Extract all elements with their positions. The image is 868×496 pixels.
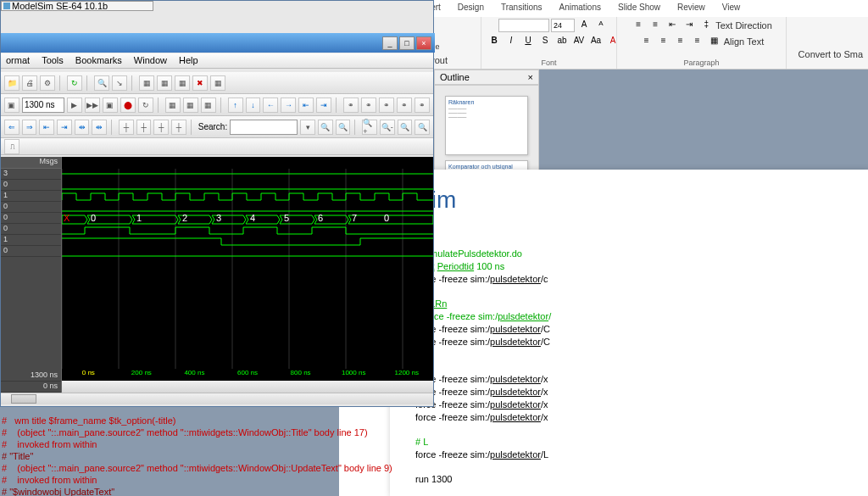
signal-row[interactable]: 3 bbox=[1, 169, 61, 180]
wave-viewer[interactable]: Msgs 3 0 1 0 0 0 1 0 1300 ns 0 ns bbox=[1, 157, 433, 393]
run-icon[interactable]: ▶ bbox=[67, 98, 82, 113]
signal-row[interactable]: 0 bbox=[1, 224, 61, 235]
link3-icon[interactable]: ⚭ bbox=[379, 98, 394, 113]
wave-format-icon[interactable]: ⎍ bbox=[4, 139, 19, 154]
align-text-button[interactable]: Align Text bbox=[724, 35, 765, 48]
wave-tool2-icon[interactable]: ▦ bbox=[183, 98, 198, 113]
binoculars-icon[interactable]: 🔍 bbox=[94, 75, 109, 91]
search-prev-icon[interactable]: 🔍 bbox=[336, 120, 351, 135]
restart-icon[interactable]: ↻ bbox=[138, 98, 153, 113]
cursor-next-icon[interactable]: ⇒ bbox=[22, 120, 37, 135]
line-spacing-button[interactable]: ‡ bbox=[698, 19, 714, 32]
justify-button[interactable]: ≡ bbox=[690, 35, 705, 48]
up-icon[interactable]: ↑ bbox=[228, 98, 243, 113]
search-dropdown-icon[interactable]: ▾ bbox=[300, 120, 315, 135]
ungroup-icon[interactable]: ▦ bbox=[157, 75, 172, 91]
align-center-button[interactable]: ≡ bbox=[656, 35, 671, 48]
bold-button[interactable]: B bbox=[487, 35, 502, 48]
down-icon[interactable]: ↓ bbox=[246, 98, 261, 113]
menu-help[interactable]: Help bbox=[179, 55, 198, 66]
add-cursor-icon[interactable]: ┼ bbox=[119, 120, 134, 135]
signal-row[interactable]: 0 bbox=[1, 202, 61, 213]
strike-button[interactable]: S bbox=[537, 35, 553, 48]
lock-cursor-icon[interactable]: ┼ bbox=[153, 120, 169, 135]
font-family-select[interactable] bbox=[498, 19, 549, 32]
stop-icon[interactable]: ⬤ bbox=[120, 98, 136, 113]
slide-code-block[interactable]: # simulatePulsdetektor.do # clk Periodti… bbox=[415, 248, 843, 486]
left-icon[interactable]: ← bbox=[263, 98, 278, 113]
add-icon[interactable]: ▦ bbox=[210, 75, 225, 91]
tab-animations[interactable]: Animations bbox=[551, 0, 609, 17]
indent-inc-button[interactable]: ⇥ bbox=[682, 19, 697, 32]
break-icon[interactable]: ▣ bbox=[103, 98, 118, 113]
slide-title[interactable]: Sim bbox=[415, 187, 843, 214]
zoom-full-icon[interactable]: 🔍 bbox=[398, 120, 413, 135]
signal-row[interactable]: 1 bbox=[1, 235, 61, 246]
convert-smartart-button[interactable]: Convert to Sma bbox=[798, 49, 863, 59]
underline-button[interactable]: U bbox=[520, 35, 536, 48]
shrink-font-button[interactable]: A bbox=[593, 19, 609, 32]
zoom-cursor-icon[interactable]: 🔍 bbox=[415, 120, 430, 135]
font-size-select[interactable] bbox=[551, 19, 575, 32]
menu-tools[interactable]: Tools bbox=[42, 55, 64, 66]
combine-icon[interactable]: ▦ bbox=[175, 75, 190, 91]
link5-icon[interactable]: ⚭ bbox=[415, 98, 430, 113]
columns-button[interactable]: ▦ bbox=[707, 35, 722, 48]
bullets-button[interactable]: ≡ bbox=[631, 19, 646, 32]
shadow-button[interactable]: ab bbox=[554, 35, 570, 48]
text-direction-button[interactable]: Text Direction bbox=[715, 19, 772, 32]
right-icon[interactable]: → bbox=[281, 98, 296, 113]
step-icon[interactable]: ▣ bbox=[4, 98, 19, 113]
tcl-console[interactable]: # wm title $frame_name $tk_option(-title… bbox=[2, 415, 434, 496]
refresh-icon[interactable]: ↻ bbox=[67, 75, 82, 91]
signal-row[interactable]: 0 bbox=[1, 180, 61, 191]
open-icon[interactable]: 📁 bbox=[4, 75, 19, 91]
modelsim-h-scrollbar[interactable] bbox=[1, 393, 433, 404]
tab-review[interactable]: Review bbox=[669, 0, 714, 17]
indent-dec-button[interactable]: ⇤ bbox=[665, 19, 680, 32]
signal-name-column[interactable]: Msgs 3 0 1 0 0 0 1 0 1300 ns 0 ns bbox=[1, 157, 62, 393]
search-next-icon[interactable]: 🔍 bbox=[318, 120, 333, 135]
signal-row[interactable]: 0 bbox=[1, 246, 61, 257]
case-button[interactable]: Aa bbox=[588, 35, 604, 48]
last-icon[interactable]: ⇥ bbox=[316, 98, 331, 113]
time-input[interactable] bbox=[22, 98, 64, 113]
italic-button[interactable]: I bbox=[504, 35, 519, 48]
numbering-button[interactable]: ≡ bbox=[648, 19, 663, 32]
link2-icon[interactable]: ⚭ bbox=[361, 98, 376, 113]
close-button[interactable]: × bbox=[416, 36, 431, 50]
tab-design[interactable]: Design bbox=[449, 0, 492, 17]
menu-bookmarks[interactable]: Bookmarks bbox=[75, 55, 122, 66]
waveform-plot[interactable]: X 0 1 2 3 4 5 6 7 0 0 ns 200 ns 400 ns 6… bbox=[62, 157, 433, 393]
edge-tool2-icon[interactable]: ⇹ bbox=[92, 120, 107, 135]
scrollbar-thumb[interactable] bbox=[11, 394, 36, 404]
menu-format[interactable]: ormat bbox=[6, 55, 30, 66]
zoom-out-icon[interactable]: 🔍- bbox=[380, 120, 395, 135]
link4-icon[interactable]: ⚭ bbox=[397, 98, 412, 113]
tab-slideshow[interactable]: Slide Show bbox=[609, 0, 669, 17]
align-right-button[interactable]: ≡ bbox=[673, 35, 688, 48]
edge-prev-icon[interactable]: ⇤ bbox=[39, 120, 54, 135]
minimize-button[interactable]: _ bbox=[382, 36, 398, 50]
wave-h-scrollbar[interactable] bbox=[62, 381, 433, 393]
wave-window-titlebar[interactable]: _ □ × bbox=[1, 33, 435, 53]
outline-tab[interactable]: Outline bbox=[440, 72, 470, 82]
tab-view[interactable]: View bbox=[714, 0, 749, 17]
cursor-prev-icon[interactable]: ⇐ bbox=[4, 120, 19, 135]
zoom-in-icon[interactable]: 🔍+ bbox=[362, 120, 377, 135]
find-icon[interactable]: ⚙ bbox=[40, 75, 55, 91]
signal-row[interactable]: 0 bbox=[1, 213, 61, 224]
search-input[interactable] bbox=[230, 120, 298, 135]
group-icon[interactable]: ▦ bbox=[139, 75, 154, 91]
slide-thumb-1[interactable]: Räknaren────────────────── bbox=[445, 96, 528, 155]
cursor-tool-icon[interactable]: ┼ bbox=[171, 120, 186, 135]
edge-next-icon[interactable]: ⇥ bbox=[57, 120, 72, 135]
spacing-button[interactable]: AV bbox=[571, 35, 587, 48]
wave-tool3-icon[interactable]: ▦ bbox=[201, 98, 216, 113]
signal-row[interactable]: 1 bbox=[1, 191, 61, 202]
outline-close[interactable]: × bbox=[528, 72, 533, 82]
menu-window[interactable]: Window bbox=[134, 55, 167, 66]
maximize-button[interactable]: □ bbox=[399, 36, 415, 50]
grow-font-button[interactable]: A bbox=[576, 19, 592, 32]
tab-transitions[interactable]: Transitions bbox=[492, 0, 551, 17]
